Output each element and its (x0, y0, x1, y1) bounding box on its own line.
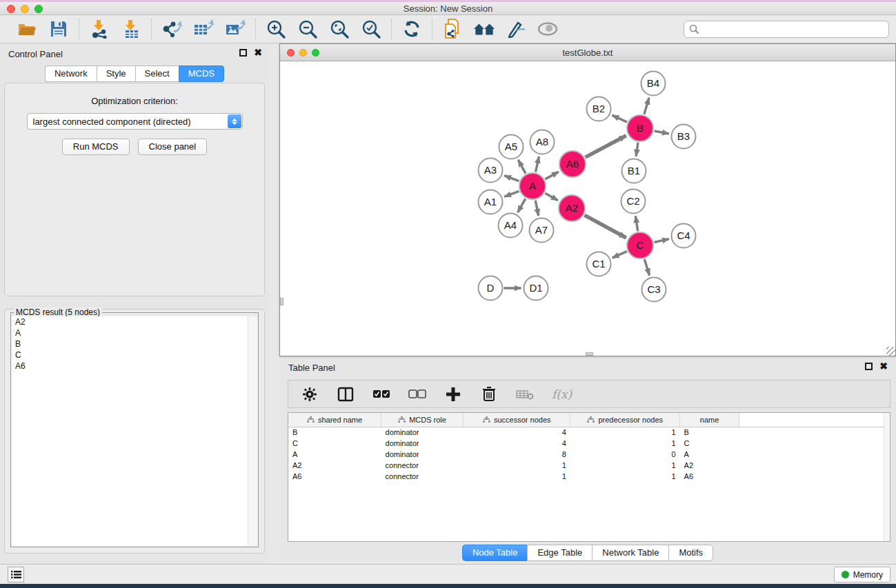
table-cell[interactable]: dominator (381, 438, 464, 449)
export-network-button[interactable] (161, 18, 183, 40)
table-cell[interactable]: 1 (464, 471, 570, 482)
close-panel-icon[interactable]: ✖ (254, 49, 262, 57)
table-cell[interactable]: A6 (680, 471, 739, 482)
edge-B-B3[interactable] (655, 131, 669, 134)
edge-B-B2[interactable] (612, 115, 626, 122)
network-window-titlebar[interactable]: testGlobe.txt (280, 44, 895, 61)
tab-select[interactable]: Select (135, 65, 179, 82)
edge-A-A8[interactable] (535, 156, 539, 172)
zoom-in-button[interactable] (265, 18, 287, 40)
table-cell[interactable]: A (680, 449, 739, 460)
table-scrollbar[interactable] (884, 413, 890, 541)
edge-A-A6[interactable] (545, 172, 558, 179)
mcds-result-item[interactable]: A (12, 327, 257, 338)
tab-style[interactable]: Style (97, 65, 135, 82)
table-cell[interactable]: 1 (464, 460, 570, 471)
table-cell[interactable]: 0 (570, 449, 680, 460)
table-cell[interactable]: dominator (381, 427, 464, 438)
select-all-columns-button[interactable] (372, 385, 390, 403)
unselect-all-columns-button[interactable] (408, 385, 426, 403)
table-cell[interactable]: C (288, 438, 381, 449)
table-row[interactable]: Bdominator41B (288, 427, 890, 438)
table-cell[interactable]: 1 (570, 471, 680, 482)
minimize-window-icon[interactable] (21, 5, 29, 13)
close-panel-button[interactable]: Close panel (138, 139, 208, 155)
network-maximize-icon[interactable] (312, 49, 319, 57)
zoom-selected-button[interactable] (360, 18, 382, 40)
column-header-name[interactable]: name (680, 413, 739, 427)
edge-C-C2[interactable] (635, 216, 637, 231)
create-column-button[interactable] (444, 385, 462, 403)
delete-table-button[interactable] (516, 385, 534, 403)
search-field[interactable] (684, 21, 889, 38)
edge-C-C4[interactable] (654, 239, 669, 243)
import-network-button[interactable] (88, 18, 110, 40)
float-panel-icon[interactable] (239, 49, 247, 57)
edge-C-C1[interactable] (613, 252, 627, 258)
function-builder-button[interactable]: f(x) (552, 387, 572, 401)
edge-A-A7[interactable] (535, 201, 539, 216)
network-close-icon[interactable] (287, 49, 295, 57)
column-header-successor-nodes[interactable]: successor nodes (464, 413, 570, 427)
export-table-button[interactable] (192, 18, 215, 40)
table-cell[interactable]: 4 (464, 427, 570, 438)
table-row[interactable]: A6connector11A6 (288, 471, 890, 482)
table-cell[interactable]: dominator (381, 449, 464, 460)
mcds-result-item[interactable]: A6 (12, 361, 257, 372)
table-cell[interactable]: B (288, 427, 381, 438)
task-history-button[interactable] (8, 567, 24, 582)
column-header-MCDS-role[interactable]: MCDS role (381, 413, 464, 427)
mcds-result-list[interactable]: A2ABCA6 (12, 316, 257, 546)
table-cell[interactable]: A (288, 449, 381, 460)
resize-grip[interactable] (886, 347, 895, 356)
edge-A2-C[interactable] (584, 215, 626, 238)
edge-B-B1[interactable] (636, 143, 638, 156)
table-cell[interactable]: A2 (288, 460, 381, 471)
table-cell[interactable]: A6 (288, 471, 381, 482)
edge-A-A2[interactable] (545, 193, 558, 200)
table-settings-button[interactable] (301, 385, 319, 403)
table-cell[interactable]: C (680, 438, 739, 449)
result-list-scrollbar[interactable] (248, 316, 257, 546)
export-image-button[interactable] (224, 18, 246, 40)
tab-network-table[interactable]: Network Table (592, 545, 668, 561)
save-session-button[interactable] (48, 18, 70, 40)
divider-handle-bottom[interactable] (586, 352, 593, 356)
run-mcds-button[interactable]: Run MCDS (62, 139, 130, 155)
edge-A-A4[interactable] (518, 199, 526, 212)
edge-C-C3[interactable] (644, 259, 649, 275)
mcds-result-item[interactable]: C (12, 349, 257, 361)
close-window-icon[interactable] (7, 5, 15, 13)
node-table[interactable]: shared nameMCDS rolesuccessor nodesprede… (288, 412, 890, 542)
zoom-out-button[interactable] (297, 18, 319, 40)
network-canvas[interactable]: B4B2BB3A8A5A6A3B1AC2A1A2A4A7C4CC1DD1C3 (280, 61, 895, 356)
edge-B-B4[interactable] (644, 98, 649, 114)
edge-A6-B[interactable] (586, 136, 626, 157)
import-table-button[interactable] (120, 18, 142, 40)
tab-mcds[interactable]: MCDS (179, 65, 224, 82)
table-cell[interactable]: 1 (570, 460, 680, 471)
network-minimize-icon[interactable] (299, 49, 307, 57)
edge-A-A1[interactable] (504, 191, 519, 196)
table-cell[interactable]: B (680, 427, 739, 438)
mcds-result-item[interactable]: A2 (12, 316, 257, 327)
table-cell[interactable]: 1 (570, 427, 680, 438)
zoom-fit-button[interactable] (328, 18, 350, 40)
column-layout-button[interactable] (337, 385, 355, 403)
search-input[interactable] (684, 21, 889, 38)
tab-edge-table[interactable]: Edge Table (527, 545, 592, 561)
column-header-predecessor-nodes[interactable]: predecessor nodes (570, 413, 680, 427)
eye-button[interactable] (537, 18, 559, 40)
edge-A-A3[interactable] (504, 176, 519, 181)
new-network-from-selection-button[interactable] (441, 18, 464, 40)
tab-node-table[interactable]: Node Table (462, 545, 528, 561)
table-cell[interactable]: A2 (680, 460, 739, 471)
delete-column-button[interactable] (480, 385, 498, 403)
tab-network[interactable]: Network (45, 65, 97, 82)
open-session-button[interactable] (16, 18, 38, 40)
mcds-result-item[interactable]: B (12, 338, 257, 349)
tab-motifs[interactable]: Motifs (668, 545, 713, 561)
table-cell[interactable]: 1 (570, 438, 680, 449)
memory-button[interactable]: Memory (834, 567, 890, 582)
table-row[interactable]: A2connector11A2 (288, 460, 890, 471)
